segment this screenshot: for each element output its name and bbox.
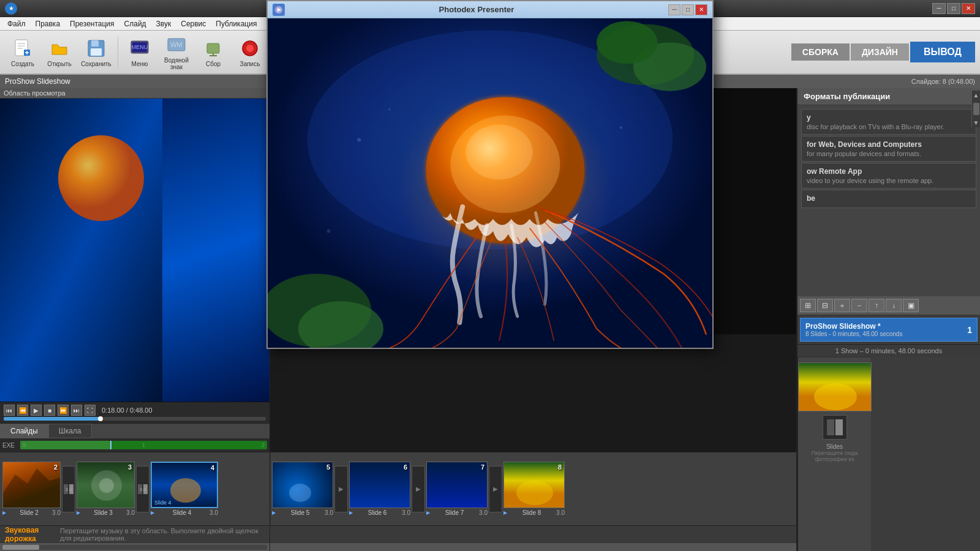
- watermark-button[interactable]: WM Водяной знак: [159, 33, 194, 71]
- slide-thumb-6[interactable]: 6 ▶ Slide 6 3.0: [349, 462, 410, 516]
- right-slides-label: Slides Перетащите сюда фотографии из: [803, 443, 866, 462]
- slide-thumb-8[interactable]: 8 ▶ Slide 8 3.0: [503, 462, 565, 516]
- slide-thumb-3[interactable]: 3 ▶ Slide 3 3.0: [77, 462, 135, 516]
- save-button[interactable]: Сохранить: [78, 33, 114, 71]
- open-button[interactable]: Открыть: [42, 33, 77, 71]
- transition-2-3[interactable]: 3.0: [62, 466, 75, 512]
- presenter-minimize[interactable]: ─: [668, 4, 680, 15]
- step-forward-button[interactable]: ⏩: [58, 405, 69, 416]
- tab-slides[interactable]: Слайды: [0, 424, 48, 438]
- pub-tool-remove[interactable]: －: [851, 299, 867, 312]
- slide-thumb-5[interactable]: 5 ▶ Slide 5 3.0: [272, 462, 333, 516]
- slide-5-label: Slide 5: [291, 509, 310, 516]
- save-icon: [85, 37, 107, 59]
- create-button[interactable]: Создать: [5, 33, 40, 71]
- minimize-button[interactable]: ─: [932, 3, 946, 14]
- menu-tool-label: Меню: [131, 61, 148, 67]
- menu-publish[interactable]: Публикация: [211, 18, 262, 29]
- pub-tool-down[interactable]: ↓: [886, 299, 902, 312]
- preview-label: Область просмотра: [0, 88, 270, 99]
- publish-item-bluray[interactable]: y disc for playback on TVs with a Blu-ra…: [801, 109, 976, 135]
- publish-youtube-title: be: [807, 194, 971, 203]
- right-transition-thumb: [823, 415, 847, 440]
- timeline-tabs: Слайды Шкала: [0, 424, 270, 438]
- slide-thumb-7[interactable]: 7 ▶ Slide 7 3.0: [426, 462, 488, 516]
- slide-4-label: Slide 4: [173, 509, 192, 516]
- skip-end-button[interactable]: ⏭: [71, 405, 82, 416]
- close-button[interactable]: ✕: [962, 3, 975, 14]
- menu-tool-button[interactable]: MENU Меню: [122, 33, 157, 71]
- output-nav-button[interactable]: ВЫВОД: [910, 42, 975, 62]
- preview-controls: ⏮ ⏪ ▶ ■ ⏩ ⏭ ⛶ 0:18.00 / 0:48.00: [0, 402, 270, 423]
- horizontal-scrollbar[interactable]: [0, 542, 270, 551]
- create-label: Создать: [11, 61, 34, 67]
- assembly-nav-button[interactable]: СБОРКА: [791, 43, 850, 61]
- step-back-button[interactable]: ⏪: [17, 405, 28, 416]
- tab-scale[interactable]: Шкала: [48, 424, 92, 438]
- pub-tool-1[interactable]: ⊞: [800, 299, 816, 312]
- play-button[interactable]: ▶: [31, 405, 42, 416]
- publish-item-remote[interactable]: ow Remote App video to your device using…: [801, 163, 976, 189]
- design-nav-button[interactable]: ДИЗАЙН: [851, 43, 909, 61]
- svg-point-76: [620, 127, 622, 129]
- publish-scroll-down[interactable]: ▼: [973, 119, 979, 126]
- svg-point-73: [466, 125, 532, 180]
- app-icon: ★: [5, 2, 17, 15]
- show-num: 1: [967, 325, 972, 335]
- track-label: EXE: [2, 442, 18, 449]
- publish-toolbar: ⊞ ⊟ ＋ － ↑ ↓ ▣: [797, 296, 980, 315]
- svg-rect-15: [207, 43, 219, 53]
- right-slides-panel: Slides Перетащите сюда фотографии из: [797, 357, 871, 551]
- svg-point-74: [357, 138, 361, 141]
- menu-service[interactable]: Сервис: [176, 18, 211, 29]
- pub-tool-2[interactable]: ⊟: [817, 299, 833, 312]
- track-bar[interactable]: 0 1 2: [20, 441, 267, 449]
- menu-edit[interactable]: Правка: [31, 18, 66, 29]
- fullscreen-button[interactable]: ⛶: [85, 405, 96, 416]
- menu-presentation[interactable]: Презентация: [65, 18, 119, 29]
- maximize-button[interactable]: □: [947, 3, 960, 14]
- show-list-item[interactable]: ProShow Slideshow * 8 Slides - 0 minutes…: [800, 318, 978, 342]
- transition-3-4[interactable]: 3.0: [136, 466, 149, 512]
- presenter-dialog: Photodex Presenter ─ □ ✕: [266, 0, 714, 349]
- svg-marker-46: [3, 468, 61, 508]
- record-label: Запись: [240, 61, 260, 67]
- menu-file[interactable]: Файл: [2, 18, 31, 29]
- transition-5-6[interactable]: ▶: [334, 466, 348, 512]
- publish-item-web[interactable]: for Web, Devices and Computers for many …: [801, 136, 976, 162]
- collect-button[interactable]: Сбор: [195, 33, 231, 71]
- transition-6-7[interactable]: ▶: [412, 466, 425, 512]
- slide-3-label: Slide 3: [94, 509, 113, 516]
- menu-sound[interactable]: Звук: [151, 18, 176, 29]
- playback-progress[interactable]: [4, 417, 266, 421]
- pub-tool-view[interactable]: ▣: [903, 299, 919, 312]
- svg-point-75: [388, 108, 391, 111]
- audio-track-label: Звуковая дорожка: [5, 526, 56, 543]
- transition-7-8[interactable]: ▶: [489, 466, 502, 512]
- menu-tool-icon: MENU: [129, 37, 151, 59]
- publish-item-youtube[interactable]: be: [801, 190, 976, 208]
- show-info: 8 Slides - 0 minutes, 48.00 seconds: [805, 331, 962, 337]
- skip-start-button[interactable]: ⏮: [4, 405, 15, 416]
- presenter-close[interactable]: ✕: [695, 4, 707, 15]
- slide-thumb-2[interactable]: 2 ▶ Slide 2 3.0: [2, 462, 61, 516]
- presenter-maximize[interactable]: □: [682, 4, 694, 15]
- slides-info: Слайдов: 8 (0:48.00): [911, 78, 975, 85]
- create-icon: [12, 37, 34, 59]
- stop-button[interactable]: ■: [44, 405, 55, 416]
- slide-6-label: Slide 6: [368, 509, 387, 516]
- record-button[interactable]: Запись: [232, 33, 268, 71]
- svg-point-58: [814, 383, 857, 410]
- menu-slide[interactable]: Слайд: [119, 18, 151, 29]
- svg-point-56: [289, 484, 311, 502]
- svg-rect-60: [835, 419, 843, 435]
- timeline-area: Слайды Шкала EXE 0 1 2: [0, 423, 270, 452]
- publish-scrollbar-thumb[interactable]: [973, 105, 979, 115]
- open-icon: [48, 37, 70, 59]
- pub-tool-add[interactable]: ＋: [834, 299, 850, 312]
- slide-thumb-4[interactable]: 4 Slide 4 ▶ Slide 4 3.0: [151, 462, 218, 516]
- svg-rect-59: [827, 419, 834, 435]
- audio-track-hint: Перетащите музыку в эту область. Выполни…: [60, 527, 265, 542]
- presenter-title: Photodex Presenter: [285, 5, 668, 14]
- pub-tool-up[interactable]: ↑: [869, 299, 884, 312]
